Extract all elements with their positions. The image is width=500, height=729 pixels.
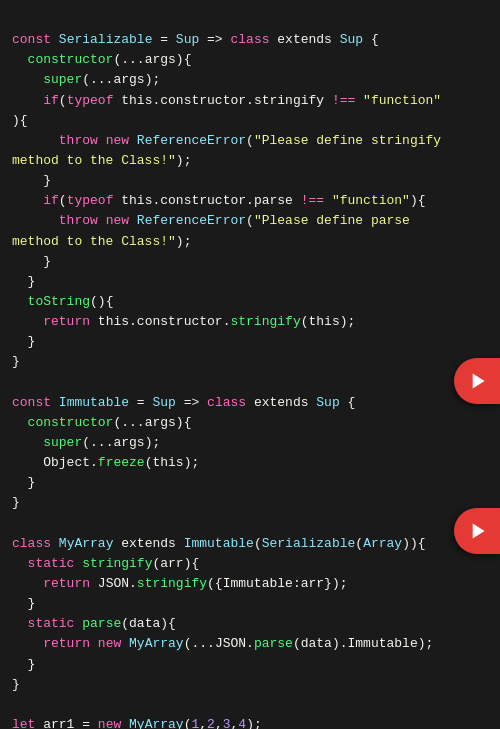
code-line: } xyxy=(0,655,500,675)
code-line: } xyxy=(0,171,500,191)
run-button-2[interactable] xyxy=(454,508,500,554)
code-line: constructor(...args){ xyxy=(0,50,500,70)
code-line: } xyxy=(0,272,500,292)
code-line: class MyArray extends Immutable(Serializ… xyxy=(0,534,500,554)
code-line: throw new ReferenceError("Please define … xyxy=(0,211,500,231)
code-line xyxy=(0,695,500,715)
code-line: static stringify(arr){ xyxy=(0,554,500,574)
code-line: } xyxy=(0,594,500,614)
code-line: return new MyArray(...JSON.parse(data).I… xyxy=(0,634,500,654)
code-line: } xyxy=(0,252,500,272)
code-line: if(typeof this.constructor.stringify !==… xyxy=(0,91,500,111)
code-line xyxy=(0,373,500,393)
code-line: constructor(...args){ xyxy=(0,413,500,433)
code-line: if(typeof this.constructor.parse !== "fu… xyxy=(0,191,500,211)
code-line: } xyxy=(0,332,500,352)
code-line: super(...args); xyxy=(0,70,500,90)
code-line: const Immutable = Sup => class extends S… xyxy=(0,393,500,413)
code-line: method to the Class!"); xyxy=(0,232,500,252)
code-line: return this.constructor.stringify(this); xyxy=(0,312,500,332)
code-line: toString(){ xyxy=(0,292,500,312)
code-line: super(...args); xyxy=(0,433,500,453)
run-button-1[interactable] xyxy=(454,358,500,404)
code-line: } xyxy=(0,493,500,513)
code-line: return JSON.stringify({Immutable:arr}); xyxy=(0,574,500,594)
code-line: Object.freeze(this); xyxy=(0,453,500,473)
code-line: } xyxy=(0,352,500,372)
code-line: } xyxy=(0,473,500,493)
code-line: const Serializable = Sup => class extend… xyxy=(0,30,500,50)
code-line xyxy=(0,514,500,534)
code-editor: const Serializable = Sup => class extend… xyxy=(0,0,500,729)
code-line: throw new ReferenceError("Please define … xyxy=(0,131,500,151)
code-line: let arr1 = new MyArray(1,2,3,4); xyxy=(0,715,500,729)
code-line: method to the Class!"); xyxy=(0,151,500,171)
code-line: static parse(data){ xyxy=(0,614,500,634)
code-line: } xyxy=(0,675,500,695)
code-line: ){ xyxy=(0,111,500,131)
